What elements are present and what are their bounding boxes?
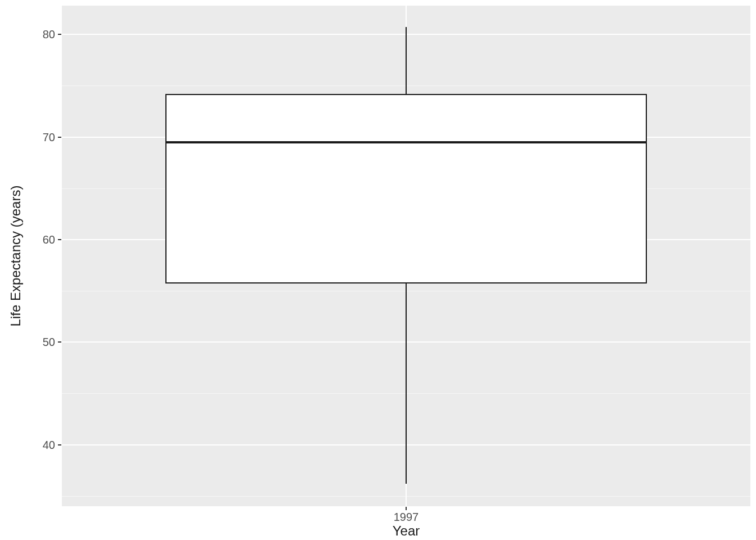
y-tick-mark: [58, 444, 61, 446]
y-tick-label: 70: [34, 130, 55, 143]
y-tick-mark: [58, 239, 61, 240]
y-tick-mark: [58, 341, 61, 343]
y-axis-title: Life Expectancy (years): [8, 186, 24, 327]
y-tick-mark: [58, 34, 61, 35]
x-tick-mark: [406, 507, 407, 510]
y-tick-label: 40: [34, 438, 55, 451]
y-tick-label: 80: [34, 28, 55, 41]
x-axis-title: Year: [393, 523, 420, 539]
boxplot-chart: 40 50 60 70 80 1997 Year Life Expectancy…: [0, 0, 756, 540]
boxplot-box: [165, 94, 647, 284]
x-tick-label: 1997: [394, 511, 419, 524]
y-tick-label: 60: [34, 233, 55, 246]
y-tick-mark: [58, 137, 61, 138]
boxplot-whisker-upper: [406, 27, 407, 94]
y-tick-label: 50: [34, 336, 55, 349]
boxplot-whisker-lower: [406, 284, 407, 484]
boxplot-median: [165, 141, 647, 143]
plot-panel: [62, 6, 750, 506]
